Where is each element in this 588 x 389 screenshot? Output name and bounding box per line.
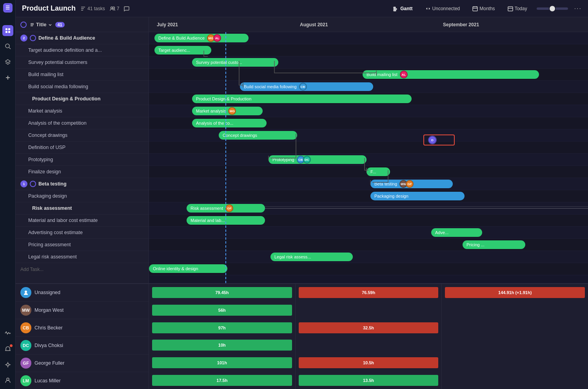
gantt-bar[interactable]: Survey potential custo... bbox=[192, 58, 278, 67]
sidebar-activity-icon[interactable] bbox=[2, 328, 13, 339]
task-row[interactable]: Analysis of the competition bbox=[16, 117, 149, 129]
sidebar-search-icon[interactable] bbox=[2, 41, 13, 52]
sidebar-integrations-icon[interactable] bbox=[2, 359, 13, 370]
resource-row[interactable]: DC Divya Choksi bbox=[16, 337, 149, 354]
gantt-bar[interactable]: Target audienc... bbox=[154, 46, 211, 55]
resource-row[interactable]: MW Morgan West bbox=[16, 302, 149, 319]
resource-avatar bbox=[20, 287, 31, 298]
resource-bar-cell bbox=[442, 336, 588, 354]
gantt-bar[interactable]: Product Design & Production bbox=[192, 95, 412, 103]
gantt-bar[interactable]: Concept drawings bbox=[219, 131, 297, 140]
gantt-bar[interactable]: Build mailing list AL bbox=[363, 70, 539, 79]
task-row[interactable]: Product Design & Production bbox=[16, 93, 149, 105]
resource-bar-cell: 101h bbox=[149, 354, 295, 372]
task-name: Finalize design bbox=[20, 169, 145, 175]
sidebar-notifications-icon[interactable] bbox=[2, 344, 13, 354]
task-row[interactable]: Build social media following bbox=[16, 81, 149, 93]
resource-avatar: DC bbox=[20, 340, 31, 351]
gantt-header: July 2021 August 2021 September 2021 bbox=[149, 17, 588, 32]
gantt-body: Define & Build Audience MG AL Target aud… bbox=[149, 32, 588, 283]
gantt-bar[interactable]: Legal risk assess... bbox=[270, 253, 353, 261]
task-row[interactable]: Definition of USP bbox=[16, 142, 149, 154]
task-row[interactable]: Target audience definition and a... bbox=[16, 44, 149, 56]
resource-bar: 56h bbox=[152, 305, 292, 316]
gantt-bar[interactable]: Prototyping CB DC bbox=[269, 155, 367, 164]
month-september: September 2021 bbox=[443, 22, 479, 27]
task-row[interactable]: Market analysis bbox=[16, 105, 149, 117]
gantt-bar[interactable]: Beta testing MW GF bbox=[370, 180, 453, 188]
gantt-bar[interactable]: Build social media following CB bbox=[240, 82, 373, 91]
task-name: Risk assessment bbox=[32, 205, 145, 211]
avatar: GF bbox=[406, 180, 414, 188]
task-row[interactable]: Prototyping bbox=[16, 154, 149, 166]
resource-row[interactable]: Unassigned bbox=[16, 284, 149, 302]
task-row[interactable]: Pricing assessment bbox=[16, 239, 149, 251]
task-row[interactable]: Build mailing list bbox=[16, 69, 149, 81]
chat-meta bbox=[124, 6, 129, 11]
task-row[interactable]: Material and labor cost estimate bbox=[16, 214, 149, 227]
gantt-bar[interactable]: Market analysis MG bbox=[192, 107, 263, 115]
resource-row[interactable]: LM Lucas Miller bbox=[16, 372, 149, 389]
task-row[interactable]: Legal risk assessment bbox=[16, 251, 149, 263]
sidebar-user-icon[interactable] bbox=[2, 375, 13, 386]
resource-bar-cell: 79.45h bbox=[149, 284, 295, 302]
task-list: Title 41 2 Define & Build Audience Targe… bbox=[16, 17, 149, 283]
gantt-bar[interactable]: Define & Build Audience MG AL bbox=[154, 34, 249, 42]
tasks-count-meta: 41 tasks bbox=[80, 6, 105, 11]
avatar-group: MG bbox=[228, 107, 236, 115]
resource-row[interactable]: GF George Fuller bbox=[16, 354, 149, 372]
zoom-slider-thumb[interactable] bbox=[549, 5, 556, 12]
svg-point-36 bbox=[25, 291, 27, 293]
resource-bar-cell bbox=[442, 371, 588, 389]
month-august: August 2021 bbox=[300, 22, 328, 27]
task-name: Product Design & Production bbox=[32, 96, 145, 102]
gantt-bar[interactable]: D bbox=[423, 135, 455, 145]
gantt-row-bg bbox=[149, 44, 588, 56]
tasks-count-badge: 41 bbox=[55, 22, 65, 27]
zoom-slider[interactable] bbox=[537, 7, 568, 10]
circle-indicator bbox=[20, 22, 27, 28]
task-name: Packaging design bbox=[20, 193, 145, 199]
add-task-row[interactable]: Add Task... bbox=[16, 263, 149, 275]
sidebar-add-icon[interactable] bbox=[2, 72, 13, 83]
months-btn[interactable]: Months bbox=[469, 4, 498, 13]
task-row[interactable]: Risk assessment bbox=[16, 202, 149, 214]
avatar: MG bbox=[228, 107, 236, 115]
gantt-bar[interactable]: F... bbox=[367, 167, 390, 176]
resource-bar: 79.45h bbox=[152, 287, 292, 298]
resource-bar: 32.5h bbox=[299, 322, 439, 333]
task-name: Prototyping bbox=[20, 157, 145, 162]
task-row[interactable]: Advertising cost estimate bbox=[16, 227, 149, 239]
sidebar-layers-icon[interactable] bbox=[2, 56, 13, 67]
gantt-bar[interactable]: Adve... bbox=[431, 228, 482, 237]
comment-badge: 2 bbox=[20, 35, 27, 42]
svg-rect-2 bbox=[5, 31, 7, 33]
sidebar-home-icon[interactable] bbox=[2, 25, 13, 36]
task-row[interactable]: Finalize design bbox=[16, 166, 149, 178]
gantt-bar[interactable]: Analysis of the co... bbox=[192, 119, 267, 127]
unconnected-btn[interactable]: Unconnected bbox=[422, 4, 463, 13]
gantt-view-btn[interactable]: Gantt bbox=[390, 4, 416, 13]
task-name: Pricing assessment bbox=[20, 242, 145, 247]
task-row[interactable]: 1 Beta testing bbox=[16, 178, 149, 190]
more-options-btn[interactable]: ··· bbox=[574, 5, 582, 12]
task-row[interactable]: Packaging design bbox=[16, 190, 149, 202]
avatar-group: AL bbox=[400, 71, 408, 78]
svg-line-5 bbox=[9, 47, 11, 49]
task-name: Define & Build Audience bbox=[38, 35, 145, 41]
today-btn[interactable]: Today bbox=[505, 4, 530, 13]
task-row[interactable]: Concept drawings bbox=[16, 129, 149, 142]
app-logo[interactable]: ☰ bbox=[3, 3, 13, 13]
avatar: GF bbox=[225, 204, 233, 212]
task-row[interactable]: Survey potential customers bbox=[16, 56, 149, 69]
gantt-row-bg bbox=[149, 190, 588, 202]
gantt-bar[interactable]: Pricing ... bbox=[463, 240, 525, 249]
gantt-bar[interactable]: Packaging design bbox=[370, 192, 465, 200]
svg-point-17 bbox=[113, 7, 114, 9]
task-list-header: Title 41 bbox=[16, 17, 149, 32]
resource-row[interactable]: CB Chris Becker bbox=[16, 319, 149, 337]
task-row[interactable]: 2 Define & Build Audience bbox=[16, 32, 149, 44]
gantt-bar[interactable]: Online identity & design bbox=[149, 264, 227, 273]
resource-name: George Fuller bbox=[34, 360, 64, 366]
gantt-row-bg bbox=[149, 251, 588, 263]
